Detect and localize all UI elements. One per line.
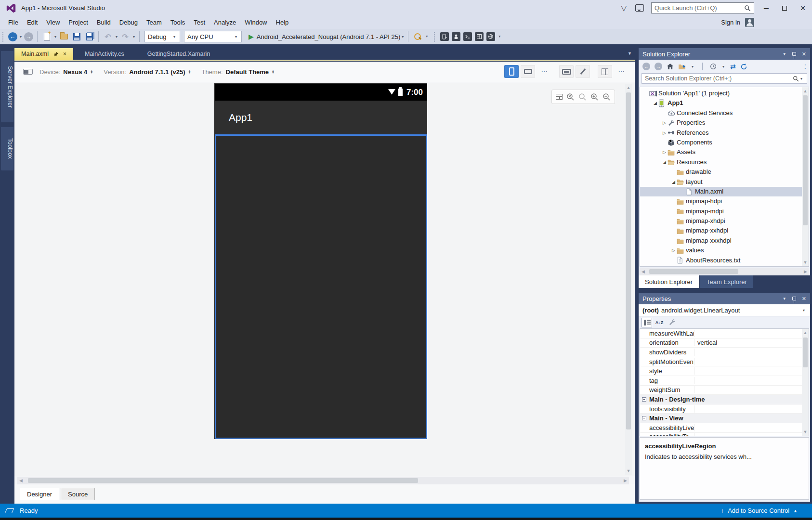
property-row-accessibilitylivel[interactable]: accessibilityLivel [640, 423, 809, 433]
tab-main-axml[interactable]: Main.axml [14, 48, 73, 60]
solution-explorer-header[interactable]: Solution Explorer [639, 48, 810, 60]
grid-toggle-button[interactable] [598, 65, 612, 78]
document-list-dropdown-icon[interactable] [628, 51, 632, 56]
alternate-layout-icon[interactable] [23, 69, 33, 75]
sidebar-tab-server-explorer[interactable]: Server Explorer [1, 51, 13, 122]
tab-mainactivity-cs[interactable]: MainActivity.cs [73, 48, 136, 60]
zoom-fit-icon[interactable] [566, 93, 575, 101]
landscape-orientation-button[interactable] [521, 65, 535, 78]
zoom-out-icon[interactable] [602, 93, 611, 101]
start-debug-icon[interactable] [249, 33, 254, 40]
scroll-up-icon[interactable] [625, 84, 632, 90]
close-button[interactable] [794, 0, 812, 16]
menu-team[interactable]: Team [142, 17, 166, 28]
back-icon[interactable] [642, 63, 650, 70]
scroll-right-icon[interactable] [624, 478, 627, 483]
property-row-splitmotioneven[interactable]: splitMotionEven [640, 357, 809, 367]
background-tasks-icon[interactable] [5, 508, 14, 513]
navigate-forward-icon[interactable] [24, 32, 33, 41]
new-project-icon[interactable] [42, 32, 52, 41]
version-selector[interactable]: Android 7.1.1 (v25) [129, 68, 185, 76]
feedback-smiley-icon[interactable] [635, 4, 644, 12]
theme-spinner-icon[interactable] [272, 70, 275, 74]
search-icon[interactable] [744, 5, 751, 12]
scroll-up-icon[interactable] [802, 87, 809, 93]
orientation-more-button[interactable] [537, 65, 551, 78]
undo-dropdown-icon[interactable] [116, 35, 118, 39]
property-value[interactable]: vertical [694, 339, 809, 346]
collapse-category-icon[interactable]: − [640, 416, 648, 420]
tree-item-connected-services[interactable]: Connected Services [640, 108, 809, 118]
tree-item-solution-app1-1-project-[interactable]: Solution 'App1' (1 project) [640, 89, 809, 98]
undo-icon[interactable] [103, 32, 113, 41]
save-icon[interactable] [72, 32, 81, 41]
scrollbar-thumb[interactable] [28, 478, 418, 483]
toolbar-overflow-icon[interactable] [804, 63, 806, 70]
add-to-source-control[interactable]: Add to Source Control [721, 507, 798, 514]
tree-item-aboutresources-txt[interactable]: AboutResources.txt [640, 256, 809, 265]
sidebar-tab-toolbox[interactable]: Toolbox [1, 127, 13, 170]
device-spinner-icon[interactable] [90, 70, 93, 74]
collapse-category-icon[interactable]: − [640, 397, 648, 402]
menu-view[interactable]: View [42, 17, 64, 28]
pin-icon[interactable] [53, 52, 59, 57]
property-row-tools-visibility[interactable]: tools:visibility [640, 404, 809, 414]
search-icon[interactable] [793, 76, 799, 82]
tree-item-assets[interactable]: Assets [640, 147, 809, 157]
expander-icon[interactable] [670, 246, 677, 255]
property-row-weightsum[interactable]: weightSum [640, 386, 809, 395]
pin-icon[interactable] [792, 52, 796, 56]
android-device-manager-icon[interactable] [452, 32, 460, 41]
tree-item-values[interactable]: values [640, 246, 809, 255]
property-category-main-view[interactable]: −Main - View [640, 414, 809, 423]
scrollbar-thumb[interactable] [803, 95, 808, 225]
minimize-button[interactable] [757, 0, 775, 16]
tree-item-app1[interactable]: App1 [640, 98, 809, 108]
scroll-right-icon[interactable] [804, 269, 807, 274]
back-dropdown-icon[interactable] [20, 35, 22, 39]
tree-item-properties[interactable]: Properties [640, 118, 809, 128]
expander-icon[interactable] [661, 147, 668, 157]
designer-vertical-scrollbar[interactable] [625, 84, 632, 475]
tab-gettingstarted-xamarin[interactable]: GettingStarted.Xamarin [136, 48, 222, 60]
menu-edit[interactable]: Edit [23, 17, 42, 28]
theme-brush-button[interactable] [576, 65, 590, 78]
zoom-original-icon[interactable] [578, 93, 587, 101]
toolbar-grip[interactable] [2, 31, 4, 42]
tree-item-references[interactable]: References [640, 128, 809, 138]
expander-icon[interactable] [661, 118, 668, 128]
solution-tree-horizontal-scrollbar[interactable] [640, 268, 809, 275]
menu-project[interactable]: Project [64, 17, 92, 28]
version-spinner-icon[interactable] [188, 70, 191, 74]
categorized-view-button[interactable] [642, 318, 652, 327]
linearlayout-root[interactable] [215, 134, 427, 439]
screen-frame-button[interactable] [559, 65, 574, 78]
portrait-orientation-button[interactable] [504, 65, 519, 78]
tab-solution-explorer[interactable]: Solution Explorer [639, 275, 699, 288]
property-pages-wrench-icon[interactable] [667, 318, 677, 327]
tree-item-resources[interactable]: Resources [640, 157, 809, 167]
run-target-dropdown-icon[interactable] [402, 35, 404, 39]
toolbar-overflow-icon[interactable] [426, 36, 428, 38]
home-icon[interactable] [667, 63, 674, 70]
sign-in-link[interactable]: Sign in [721, 19, 740, 26]
quick-launch-input[interactable]: Quick Launch (Ctrl+Q) [651, 2, 754, 13]
android-device-preview[interactable]: 7:00 App1 [215, 84, 427, 439]
tree-item-mipmap-hdpi[interactable]: mipmap-hdpi [640, 196, 809, 206]
menu-file[interactable]: File [4, 17, 23, 28]
toolbar-overflow-icon[interactable] [498, 36, 500, 38]
redo-dropdown-icon[interactable] [133, 35, 135, 39]
selected-object-dropdown[interactable]: (root) android.widget.LinearLayout [639, 304, 810, 316]
expander-icon[interactable] [661, 128, 668, 138]
restore-button[interactable] [775, 0, 794, 16]
solution-configurations-dropdown[interactable]: Debug [144, 31, 180, 42]
adb-console-icon[interactable] [463, 32, 472, 41]
scroll-down-icon[interactable] [802, 260, 809, 265]
menu-tools[interactable]: Tools [166, 17, 189, 28]
tree-item-layout[interactable]: layout [640, 177, 809, 187]
close-icon[interactable] [802, 296, 806, 302]
close-tab-icon[interactable] [63, 51, 66, 57]
device-selector[interactable]: Nexus 4 [63, 68, 87, 76]
window-position-dropdown-icon[interactable] [783, 52, 786, 56]
solution-tree-vertical-scrollbar[interactable] [802, 87, 809, 266]
